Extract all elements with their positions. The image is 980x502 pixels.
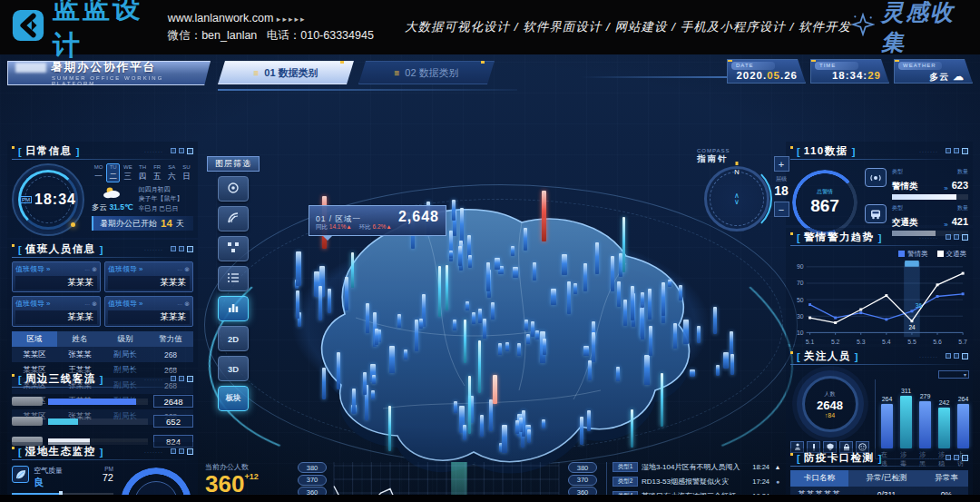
deploy-icon (227, 241, 240, 256)
panel-focus-people: [关注人员]······· 人数2648↑84 ▾ 264在逃311涉毒279涉… (786, 347, 973, 447)
alarm-icon (865, 168, 887, 187)
office-chart: 380370360350340 024681012141618202224 38… (298, 460, 597, 495)
alert-text: 湿地3-104片区有不明人员闯入 (642, 462, 749, 472)
3d-layer-button[interactable]: 3D (218, 356, 249, 381)
panel-title: 日常信息 (25, 144, 73, 158)
panel-eco-monitor: [湿地生态监控]······· 空气质量良 PM72 环境噪音正常 分贝61 (7, 442, 198, 495)
date-chip: DATE2020.05.26 (727, 59, 806, 84)
filter-dropdown[interactable]: ▾ (938, 370, 969, 379)
zoom-out-button[interactable]: − (774, 202, 789, 217)
table-row[interactable]: 某某区张某某副局长268 (12, 347, 193, 362)
weekday-cell[interactable]: WE三 (121, 163, 134, 182)
table-header-cell[interactable]: 异常率 (925, 470, 968, 487)
svg-text:5.2: 5.2 (831, 339, 840, 345)
bar-chart-layer-button[interactable] (218, 296, 249, 321)
svg-text:24: 24 (908, 324, 916, 330)
plate-layer-button[interactable]: 板块 (218, 386, 249, 411)
weekday-cell[interactable]: TU二 (106, 163, 120, 182)
map-3d[interactable] (220, 182, 737, 481)
duty-card[interactable]: 值班领导»···⊗ 某某某 (12, 261, 101, 292)
weather-summary: 多云 31.5℃ (92, 186, 132, 213)
alert-tag: 类型1 (612, 462, 638, 472)
week-row: MO一TU二WE三TH四FR五SA六SU日 (92, 163, 193, 182)
window-controls[interactable] (171, 376, 193, 382)
clock-widget: PM18:34 (12, 163, 84, 236)
table-header-cell[interactable]: 级别 (103, 331, 148, 347)
website-link[interactable]: www.lanlanwork.com (168, 12, 274, 25)
chevron-down-icon: ∨ (734, 199, 740, 205)
table-header-cell[interactable]: 区域 (12, 331, 57, 347)
tab-menu-icon: ≡ (253, 68, 259, 78)
clock-dot (71, 222, 75, 227)
radar-icon (227, 212, 240, 226)
table-header-cell[interactable]: 警力值 (148, 331, 193, 347)
trend-line-chart: 90705030105.15.25.35.45.55.65.73624 (790, 259, 968, 351)
clock-time: 18:34 (34, 192, 76, 208)
alert-tag: 类型2 (612, 477, 638, 487)
y-tick-chip: 380 (568, 462, 597, 473)
chart-legend[interactable]: 警情类 交通类 (792, 250, 966, 259)
checkpoint-rows: 某某某某某0/3110%某某某某某0/890%某某某某某0/890%某某某某某2… (790, 487, 968, 495)
table-row[interactable]: 某某某某某0/3110% (790, 487, 968, 495)
weekday-cell[interactable]: SA六 (165, 163, 179, 182)
layer-filter-title: 图层筛选 (207, 156, 260, 172)
compass-dial[interactable]: N ∧ ∨ (704, 166, 769, 231)
tab-notch (340, 60, 344, 64)
deploy-layer-button[interactable] (218, 236, 249, 261)
alert-row[interactable]: 类型2 RD13-53烟感报警疑似火灾 17:24 ● (612, 477, 782, 487)
map-zoom-controls: + 层级18 − (770, 156, 792, 217)
svg-text:50: 50 (797, 297, 804, 303)
camera-layer-button[interactable] (218, 176, 249, 202)
weekday-cell[interactable]: SU日 (180, 163, 193, 182)
window-controls[interactable] (946, 234, 968, 241)
alert-row[interactable]: 类型1 湿地3-104片区有不明人员闯入 18:24 ▲ (612, 462, 782, 472)
weekday-cell[interactable]: TH四 (135, 163, 149, 182)
tab-data-category[interactable]: ≡02 数据类别 (358, 61, 495, 84)
weekday-cell[interactable]: FR五 (151, 163, 164, 182)
table-header-cell[interactable]: 卡口名称 (790, 470, 848, 487)
panel-title: 110数据 (804, 144, 848, 158)
flow-value: 652 (153, 415, 193, 428)
y-tick-chip: 370 (568, 475, 597, 486)
cloud-icon: ☁ (954, 71, 965, 82)
radar-layer-button[interactable] (218, 206, 249, 231)
list-layer-button[interactable] (218, 266, 249, 291)
window-controls[interactable] (946, 148, 968, 154)
weekday-cell[interactable]: MO一 (92, 163, 105, 182)
tooltip-value: 2,648 (398, 209, 439, 225)
duty-card[interactable]: 值班领导»···⊗ 某某某 (12, 296, 101, 327)
tooltip-mom: 环比 6.2%▲ (359, 223, 392, 231)
logo[interactable]: 蓝蓝设计 (11, 0, 153, 64)
panel-duty-info: [值班人员信息]······· 值班领导»···⊗ 某某某 值班领导»···⊗ … (7, 240, 198, 368)
table-header-cell[interactable]: 异常/已检测 (848, 470, 925, 487)
phone-label: 电话：010-63334945 (267, 29, 374, 42)
2d-layer-button[interactable]: 2D (218, 326, 249, 351)
arrows-decor: ▸▸▸▸▸ (277, 15, 307, 24)
panel-daily-info: [日常信息]······· PM18:34 MO一TU二WE三TH四FR五SA六… (7, 142, 198, 238)
window-controls[interactable] (171, 246, 193, 252)
window-controls[interactable] (171, 148, 193, 154)
bar-chart-icon (227, 301, 240, 316)
flow-bars: 2648652824 (12, 395, 193, 448)
window-controls[interactable] (946, 455, 968, 461)
table-header-cell[interactable]: 姓名 (57, 331, 103, 347)
collect-badge[interactable]: 灵感收集 (851, 0, 964, 57)
list-icon (227, 271, 240, 286)
panel-title: 湿地生态监控 (25, 445, 96, 458)
y-axis-right: 380370360350340 (568, 462, 597, 495)
duty-card[interactable]: 值班领导»···⊗ 某某某 (104, 296, 193, 327)
air-quality-item: 空气质量良 PM72 (12, 466, 113, 489)
window-controls[interactable] (171, 448, 193, 455)
corner-tick (12, 146, 15, 149)
alert-time: 18:24 (752, 463, 769, 471)
zoom-in-button[interactable]: + (774, 156, 789, 172)
panel-title: 关注人员 (804, 349, 851, 363)
office-line-chart: 024681012141618202224 (330, 460, 564, 495)
duty-card[interactable]: 值班领导»···⊗ 某某某 (104, 261, 193, 292)
tab-data-category[interactable]: ≡01 数据类别 (218, 61, 354, 84)
window-controls[interactable] (946, 353, 968, 359)
svg-text:10: 10 (797, 330, 804, 336)
weather-chip: WEATHER多云 ☁ (894, 59, 973, 84)
compass-north: N (734, 168, 739, 176)
redacted-label (12, 417, 43, 426)
